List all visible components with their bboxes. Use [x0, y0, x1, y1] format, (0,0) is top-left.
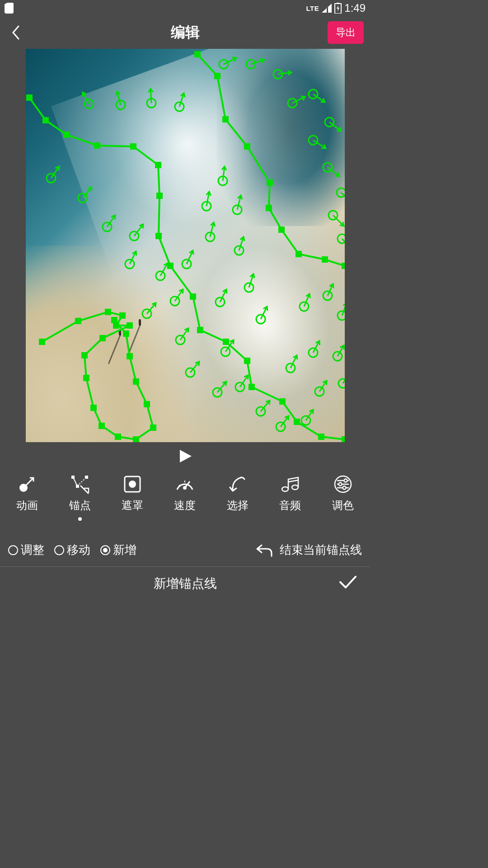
clock: 1:49 — [344, 2, 366, 14]
svg-rect-2 — [26, 94, 33, 101]
svg-line-150 — [73, 477, 77, 486]
end-anchor-line-button[interactable]: 结束当前锚点线 — [255, 542, 362, 558]
mode-label: 新增 — [113, 542, 136, 558]
bottom-action-row: 新增锚点线 — [0, 567, 370, 600]
tool-select[interactable]: 选择 — [211, 472, 264, 513]
play-button[interactable] — [177, 448, 193, 466]
svg-point-153 — [129, 481, 136, 488]
anchor-icon — [70, 474, 90, 495]
tool-bar: 动画锚点遮罩速度选择音频调色 — [0, 472, 370, 533]
mode-option-调整[interactable]: 调整 — [8, 542, 44, 558]
tool-animation[interactable]: 动画 — [1, 472, 53, 513]
play-icon — [177, 448, 193, 464]
tool-label: 锚点 — [69, 498, 91, 513]
radio-icon — [54, 545, 64, 555]
audio-icon — [280, 474, 300, 495]
tool-mask[interactable]: 遮罩 — [106, 472, 159, 513]
svg-line-146 — [26, 478, 33, 485]
svg-point-163 — [344, 479, 347, 482]
active-indicator-dot — [78, 517, 82, 521]
tool-audio[interactable]: 音频 — [264, 472, 316, 513]
undo-icon — [255, 542, 273, 558]
tool-label: 音频 — [279, 498, 301, 513]
page-title: 编辑 — [171, 23, 200, 42]
chevron-left-icon — [10, 24, 20, 41]
network-label: LTE — [306, 5, 319, 12]
tool-color[interactable]: 调色 — [317, 472, 369, 513]
mode-label: 调整 — [21, 542, 44, 558]
tool-anchor[interactable]: 锚点 — [53, 472, 106, 521]
radio-icon — [8, 545, 18, 555]
mask-icon — [122, 474, 143, 495]
svg-rect-3 — [42, 117, 49, 123]
mode-option-移动[interactable]: 移动 — [54, 542, 90, 558]
tool-label: 速度 — [174, 498, 196, 513]
animation-icon — [17, 474, 38, 495]
tool-label: 调色 — [332, 498, 354, 513]
select-icon — [227, 474, 248, 495]
export-button[interactable]: 导出 — [328, 21, 364, 44]
svg-point-165 — [338, 483, 342, 486]
svg-point-158 — [282, 487, 288, 491]
mode-row: 调整移动新增 结束当前锚点线 — [0, 533, 370, 567]
sd-card-icon — [5, 3, 14, 14]
svg-line-160 — [288, 480, 298, 482]
back-button[interactable] — [6, 24, 24, 42]
tool-speed[interactable]: 速度 — [159, 472, 211, 513]
header: 编辑 导出 — [0, 16, 370, 49]
end-anchor-line-label: 结束当前锚点线 — [280, 542, 362, 558]
color-icon — [333, 474, 353, 495]
radio-icon — [100, 545, 110, 555]
battery-charging-icon — [334, 3, 342, 14]
svg-point-167 — [343, 486, 346, 490]
confirm-button[interactable] — [338, 575, 357, 593]
svg-point-159 — [292, 485, 298, 490]
check-icon — [338, 575, 357, 590]
mode-label: 移动 — [67, 542, 90, 558]
mode-option-新增[interactable]: 新增 — [100, 542, 136, 558]
tool-label: 动画 — [16, 498, 38, 513]
bottom-action-label: 新增锚点线 — [154, 575, 217, 592]
editor-canvas[interactable] — [26, 49, 345, 442]
tool-label: 选择 — [227, 498, 249, 513]
signal-icon — [322, 4, 332, 13]
speed-icon — [174, 474, 195, 495]
svg-line-80 — [51, 166, 59, 178]
tool-label: 遮罩 — [122, 498, 143, 513]
status-bar: LTE 1:49 — [0, 0, 370, 16]
playback-row — [0, 442, 370, 472]
svg-point-79 — [47, 174, 56, 183]
